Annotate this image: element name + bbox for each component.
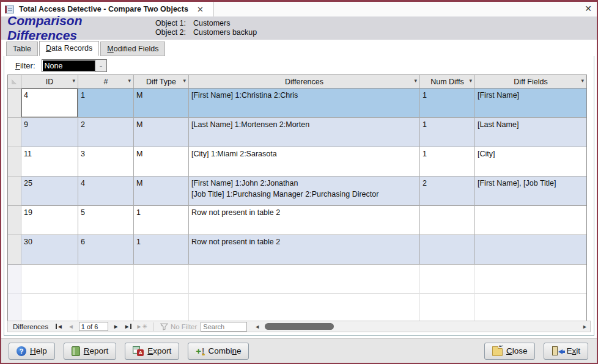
diff-type-cell[interactable]: M [134, 147, 189, 177]
column-header-diff-type[interactable]: Diff Type▾ [134, 75, 189, 88]
number-cell[interactable]: 5 [78, 206, 134, 235]
tab-modified-fields[interactable]: Modified Fields [100, 42, 165, 56]
sort-dropdown-icon[interactable]: ▾ [469, 78, 472, 84]
num-diffs-cell[interactable] [420, 235, 475, 264]
num-diffs-cell[interactable]: 1 [420, 89, 475, 118]
search-input[interactable] [201, 322, 247, 332]
tab-table[interactable]: Table [6, 42, 38, 56]
num-diffs-cell[interactable] [420, 294, 475, 323]
num-diffs-cell[interactable]: 2 [420, 177, 475, 206]
scroll-right-icon[interactable]: ► [580, 324, 590, 330]
id-cell[interactable]: 9 [21, 118, 78, 147]
differences-cell[interactable]: [Last Name] 1:Mortensen 2:Morten [189, 118, 420, 147]
table-row: 254M[First Name] 1:John 2:Jonathan [Job … [8, 177, 586, 206]
diff-fields-cell[interactable] [475, 206, 586, 235]
table-row: 3061Row not present in table 2 [8, 235, 586, 264]
select-all-corner[interactable] [8, 75, 21, 88]
diff-fields-cell[interactable]: [City] [475, 147, 586, 177]
filter-combobox[interactable]: None ⌄ [42, 59, 107, 72]
column-header-num-diffs[interactable]: Num Diffs▾ [420, 75, 475, 88]
object2-value: Customers backup [193, 28, 257, 37]
diff-type-cell[interactable]: 1 [134, 235, 189, 264]
id-cell[interactable]: 25 [21, 177, 78, 206]
scrollbar-track[interactable] [262, 323, 580, 330]
record-position-box[interactable]: 1 of 6 [79, 322, 108, 331]
id-cell[interactable]: 4 [21, 89, 78, 118]
last-record-button[interactable]: ► [122, 323, 134, 330]
differences-cell[interactable]: [City] 1:Miami 2:Sarasota [189, 147, 420, 177]
grid-body: 41M[First Name] 1:Christina 2:Chris1[Fir… [8, 89, 586, 323]
filter-row: Filter: None ⌄ [4, 56, 594, 75]
number-cell[interactable]: 1 [78, 89, 134, 118]
no-filter-button[interactable]: No Filter [157, 323, 201, 330]
sort-dropdown-icon[interactable]: ▾ [581, 78, 584, 84]
sort-dropdown-icon[interactable]: ▾ [414, 78, 417, 84]
export-button[interactable]: A Export [125, 343, 179, 360]
diff-fields-cell[interactable]: [Last Name] [475, 118, 586, 147]
record-selector[interactable] [8, 118, 21, 147]
id-cell[interactable] [21, 264, 78, 294]
diff-type-cell[interactable]: M [134, 177, 189, 206]
num-diffs-cell[interactable] [420, 264, 475, 294]
tab-data-records[interactable]: Data Records [39, 41, 99, 56]
number-cell[interactable]: 2 [78, 118, 134, 147]
record-selector[interactable] [8, 89, 21, 118]
record-selector[interactable] [8, 294, 21, 323]
record-selector[interactable] [8, 264, 21, 294]
id-cell[interactable]: 11 [21, 147, 78, 177]
differences-cell[interactable] [189, 264, 420, 294]
close-icon[interactable]: ✕ [585, 4, 592, 13]
differences-cell[interactable]: Row not present in table 2 [189, 235, 420, 264]
exit-door-icon [552, 346, 563, 356]
column-header-id[interactable]: ID▾ [21, 75, 78, 88]
record-selector[interactable] [8, 235, 21, 264]
next-record-button[interactable]: ► [111, 323, 122, 330]
sort-dropdown-icon[interactable]: ▾ [183, 78, 186, 84]
chevron-down-icon[interactable]: ⌄ [95, 60, 106, 71]
number-cell[interactable] [78, 264, 134, 294]
scroll-left-icon[interactable]: ◄ [252, 324, 262, 330]
diff-type-cell[interactable] [134, 294, 189, 323]
diff-fields-cell[interactable] [475, 294, 586, 323]
close-button[interactable]: Close [484, 343, 536, 360]
diff-fields-cell[interactable]: [First Name], [Job Title] [475, 177, 586, 206]
differences-cell[interactable]: Row not present in table 2 [189, 206, 420, 235]
differences-cell[interactable]: [First Name] 1:Christina 2:Chris [189, 89, 420, 118]
number-cell[interactable]: 3 [78, 147, 134, 177]
id-cell[interactable]: 19 [21, 206, 78, 235]
differences-cell[interactable]: [First Name] 1:John 2:Jonathan [Job Titl… [189, 177, 420, 206]
diff-fields-cell[interactable] [475, 235, 586, 264]
tab-close-icon[interactable]: ✕ [193, 5, 207, 14]
column-header-diff-fields[interactable]: Diff Fields▾ [475, 75, 586, 88]
number-cell[interactable]: 6 [78, 235, 134, 264]
diff-type-cell[interactable]: M [134, 118, 189, 147]
exit-button[interactable]: Exit [544, 343, 588, 360]
column-header-number[interactable]: #▾ [78, 75, 134, 88]
previous-record-button[interactable]: ◄ [65, 323, 76, 330]
diff-fields-cell[interactable] [475, 264, 586, 294]
number-cell[interactable] [78, 294, 134, 323]
record-selector[interactable] [8, 177, 21, 206]
number-cell[interactable]: 4 [78, 177, 134, 206]
num-diffs-cell[interactable]: 1 [420, 118, 475, 147]
num-diffs-cell[interactable] [420, 206, 475, 235]
new-record-button[interactable]: ►✳ [134, 323, 150, 330]
differences-cell[interactable] [189, 294, 420, 323]
scrollbar-thumb[interactable] [265, 323, 334, 330]
diff-fields-cell[interactable]: [First Name] [475, 89, 586, 118]
first-record-button[interactable]: ◄ [53, 323, 65, 330]
sort-dropdown-icon[interactable]: ▾ [72, 78, 75, 84]
id-cell[interactable]: 30 [21, 235, 78, 264]
diff-type-cell[interactable]: M [134, 89, 189, 118]
id-cell[interactable] [21, 294, 78, 323]
help-button[interactable]: ? Help [9, 343, 55, 360]
num-diffs-cell[interactable]: 1 [420, 147, 475, 177]
column-header-differences[interactable]: Differences▾ [189, 75, 420, 88]
diff-type-cell[interactable] [134, 264, 189, 294]
report-button[interactable]: Report [64, 343, 117, 360]
combine-button[interactable]: +! Combine [188, 343, 249, 360]
sort-dropdown-icon[interactable]: ▾ [128, 78, 131, 84]
diff-type-cell[interactable]: 1 [134, 206, 189, 235]
record-selector[interactable] [8, 206, 21, 235]
record-selector[interactable] [8, 147, 21, 177]
